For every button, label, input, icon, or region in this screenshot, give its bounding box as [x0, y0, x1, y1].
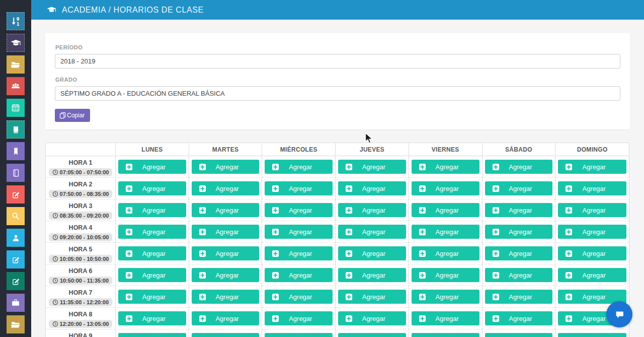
- graduation-cap-icon: [10, 37, 22, 49]
- sidebar-item-calendar[interactable]: [7, 99, 25, 117]
- sidebar-item-edit[interactable]: [7, 272, 25, 290]
- add-class-button[interactable]: Agregar: [485, 181, 553, 195]
- sidebar-item-folder-open[interactable]: [7, 315, 25, 333]
- add-class-button[interactable]: Agregar: [485, 333, 553, 337]
- add-class-button[interactable]: Agregar: [118, 290, 186, 304]
- add-class-button[interactable]: Agregar: [338, 333, 406, 337]
- add-class-button[interactable]: Agregar: [412, 225, 479, 239]
- add-class-button[interactable]: Agregar: [192, 311, 260, 325]
- sidebar-item-search[interactable]: [7, 207, 25, 225]
- schedule-cell: Agregar: [262, 243, 336, 264]
- schedule-cell: Agregar: [116, 329, 189, 337]
- add-class-button[interactable]: Agregar: [192, 333, 260, 337]
- add-class-button[interactable]: Agregar: [192, 246, 260, 260]
- add-class-button[interactable]: Agregar: [118, 225, 186, 239]
- schedule-cell: Agregar: [262, 264, 336, 286]
- add-class-button[interactable]: Agregar: [192, 268, 260, 282]
- clock-icon: [52, 299, 58, 305]
- plus-square-icon: [345, 250, 353, 257]
- add-class-button[interactable]: Agregar: [338, 203, 406, 217]
- add-class-button[interactable]: Agregar: [338, 268, 406, 282]
- add-class-button[interactable]: Agregar: [412, 290, 479, 304]
- add-class-button[interactable]: Agregar: [412, 181, 479, 195]
- add-class-button[interactable]: Agregar: [485, 268, 553, 282]
- add-class-button[interactable]: Agregar: [412, 311, 479, 325]
- sidebar-item-notebook[interactable]: [7, 164, 25, 182]
- add-class-button[interactable]: Agregar: [412, 268, 479, 282]
- schedule-cell: Agregar: [482, 329, 556, 337]
- sidebar-item-briefcase[interactable]: [7, 294, 25, 312]
- add-class-button-label: Agregar: [133, 228, 175, 236]
- add-class-button[interactable]: Agregar: [265, 225, 333, 239]
- add-class-button[interactable]: Agregar: [485, 203, 553, 217]
- add-class-button[interactable]: Agregar: [192, 203, 260, 217]
- add-class-button[interactable]: Agregar: [558, 268, 626, 282]
- add-class-button[interactable]: Agregar: [485, 311, 553, 325]
- sidebar-item-users[interactable]: [7, 77, 25, 95]
- add-class-button[interactable]: Agregar: [412, 160, 479, 174]
- sidebar-item-sort-numeric[interactable]: 91: [7, 12, 25, 30]
- add-class-button[interactable]: Agregar: [412, 333, 479, 337]
- add-class-button[interactable]: Agregar: [558, 160, 626, 174]
- add-class-button[interactable]: Agregar: [192, 290, 260, 304]
- sidebar-item-bookmark[interactable]: [7, 142, 25, 160]
- add-class-button[interactable]: Agregar: [265, 268, 333, 282]
- add-class-button-label: Agregar: [426, 250, 468, 257]
- add-class-button-label: Agregar: [573, 272, 615, 279]
- plus-square-icon: [565, 315, 573, 322]
- add-class-button[interactable]: Agregar: [192, 225, 260, 239]
- add-class-button[interactable]: Agregar: [118, 246, 186, 260]
- schedule-cell: Agregar: [482, 199, 556, 221]
- chat-button[interactable]: [606, 301, 632, 327]
- add-class-button[interactable]: Agregar: [118, 333, 186, 337]
- add-class-button[interactable]: Agregar: [338, 225, 406, 239]
- add-class-button[interactable]: Agregar: [265, 181, 333, 195]
- hour-cell: HORA 610:50:00 - 11:35:00: [46, 264, 116, 286]
- add-class-button[interactable]: Agregar: [265, 311, 333, 325]
- sidebar-item-student[interactable]: [7, 229, 25, 247]
- copy-icon: [59, 112, 66, 119]
- sidebar-item-book[interactable]: [7, 120, 25, 139]
- add-class-button[interactable]: Agregar: [338, 311, 406, 325]
- add-class-button-label: Agregar: [353, 207, 395, 214]
- users-icon: [10, 81, 21, 92]
- add-class-button[interactable]: Agregar: [265, 290, 333, 304]
- clock-icon: [52, 256, 58, 262]
- add-class-button[interactable]: Agregar: [485, 160, 553, 174]
- sidebar-item-edit[interactable]: [7, 185, 25, 204]
- add-class-button[interactable]: Agregar: [338, 246, 406, 260]
- add-class-button[interactable]: Agregar: [265, 246, 333, 260]
- add-class-button[interactable]: Agregar: [192, 181, 260, 195]
- add-class-button[interactable]: Agregar: [338, 290, 406, 304]
- add-class-button[interactable]: Agregar: [558, 225, 626, 239]
- add-class-button[interactable]: Agregar: [338, 181, 406, 195]
- add-class-button[interactable]: Agregar: [558, 246, 626, 260]
- hour-cell: HORA 510:05:00 - 10:50:00: [46, 243, 116, 264]
- add-class-button[interactable]: Agregar: [485, 225, 553, 239]
- add-class-button[interactable]: Agregar: [118, 268, 186, 282]
- add-class-button[interactable]: Agregar: [412, 246, 479, 260]
- add-class-button[interactable]: Agregar: [118, 181, 186, 195]
- sidebar-item-graduation-cap[interactable]: [7, 34, 25, 52]
- add-class-button[interactable]: Agregar: [118, 311, 186, 325]
- add-class-button[interactable]: Agregar: [265, 333, 333, 337]
- add-class-button-label: Agregar: [133, 207, 175, 214]
- add-class-button[interactable]: Agregar: [265, 160, 333, 174]
- grade-input[interactable]: [55, 86, 620, 101]
- add-class-button[interactable]: Agregar: [485, 290, 553, 304]
- add-class-button[interactable]: Agregar: [118, 203, 186, 217]
- add-class-button[interactable]: Agregar: [265, 203, 333, 217]
- sidebar-item-edit[interactable]: [7, 250, 25, 268]
- add-class-button[interactable]: Agregar: [192, 160, 260, 174]
- day-header: SÁBADO: [482, 143, 556, 156]
- add-class-button[interactable]: Agregar: [558, 203, 626, 217]
- add-class-button[interactable]: Agregar: [558, 181, 626, 195]
- add-class-button[interactable]: Agregar: [338, 160, 406, 174]
- period-input[interactable]: [55, 54, 620, 69]
- add-class-button[interactable]: Agregar: [558, 333, 626, 337]
- copy-button[interactable]: Copiar: [55, 109, 90, 122]
- add-class-button[interactable]: Agregar: [118, 160, 186, 174]
- add-class-button[interactable]: Agregar: [412, 203, 479, 217]
- sidebar-item-folder-open[interactable]: [7, 55, 25, 74]
- add-class-button[interactable]: Agregar: [485, 246, 553, 260]
